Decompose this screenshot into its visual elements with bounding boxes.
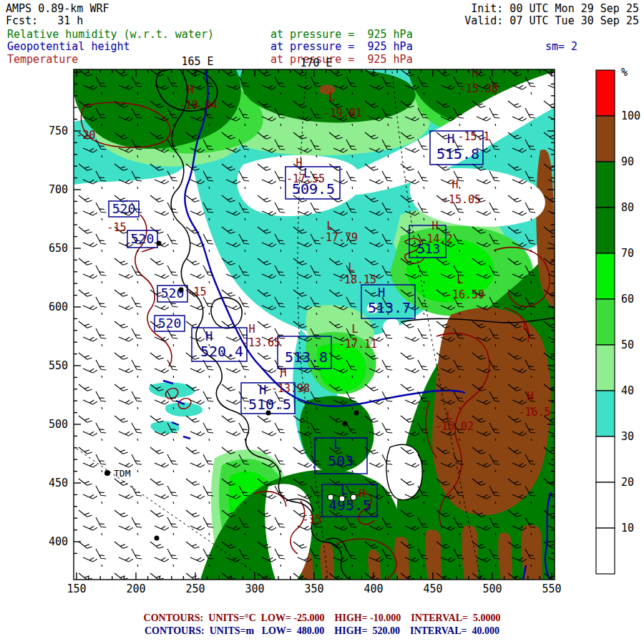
y-axis-label: 400 — [49, 535, 68, 548]
y-axis-label: 750 — [49, 125, 68, 137]
colorbar-tick-label: 100 — [621, 109, 640, 122]
height-center-value: 515.8 — [436, 145, 479, 162]
temp-center-label: -18.15 — [338, 273, 376, 286]
x-axis-label: 550 — [542, 582, 561, 595]
map-art-layer — [74, 67, 555, 581]
height-center-value: 503 — [328, 452, 353, 469]
open-station-dot — [351, 494, 356, 500]
x-axis-label: 450 — [423, 582, 442, 595]
height-center-value: 513.7 — [368, 299, 411, 316]
colorbar-cell — [596, 391, 615, 436]
colorbar-cell — [596, 345, 615, 391]
y-axis-label: 700 — [49, 183, 68, 196]
colorbar-unit: % — [621, 66, 628, 79]
y-axis-label: 500 — [49, 418, 68, 431]
temp-center-label: L — [351, 323, 358, 336]
temp-center-label: H — [472, 67, 478, 80]
height-center-letter: H — [447, 132, 454, 146]
meridian-label: 170 E — [300, 57, 332, 69]
height-center-value: 520 — [112, 201, 136, 216]
colorbar-cell — [596, 208, 615, 253]
temp-center-label: -17.79 — [319, 231, 358, 244]
temp-center-label: H — [280, 366, 286, 379]
y-axis-label: 600 — [49, 301, 68, 313]
colorbar-cell — [596, 253, 615, 299]
height-center-letter: L — [333, 437, 341, 452]
colorbar-tick-label: 70 — [621, 247, 634, 260]
colorbar: %100908070605040302010 — [596, 66, 640, 574]
x-axis-label: 250 — [185, 582, 205, 595]
station-label: TDM — [114, 468, 131, 479]
x-axis-label: 150 — [67, 582, 86, 595]
temp-center-label: -15 — [107, 221, 126, 234]
y-axis-label: 550 — [49, 359, 68, 372]
temp-center-label: H — [358, 487, 365, 500]
weather-chart: AMPS 0.89-km WRF Fcst: 31 h Init: 00 UTC… — [0, 0, 644, 644]
x-axis-label: 200 — [126, 582, 145, 595]
open-station-dot — [339, 496, 345, 502]
colorbar-tick-label: 90 — [621, 155, 634, 168]
temp-center-label: -13.98 — [271, 382, 310, 395]
open-station-dot — [328, 494, 333, 500]
height-center-value: 520 — [158, 316, 182, 331]
temp-center-label: -17.11 — [338, 338, 377, 351]
height-center-letter: H — [205, 329, 213, 343]
temp-center-label: -15 — [302, 513, 321, 526]
temp-center-label: H — [248, 323, 255, 336]
colorbar-tick-label: 20 — [621, 476, 634, 489]
temp-center-label: -15.1 — [457, 130, 489, 143]
y-axis-label: 650 — [49, 242, 68, 255]
temp-center-label: -14.2 — [420, 233, 452, 245]
temp-center-label: -13.65 — [242, 336, 280, 349]
temp-center-label: -15.38 — [459, 82, 498, 95]
station-dot — [157, 241, 162, 246]
temp-center-label: -16.02 — [435, 420, 474, 433]
forecast-map: 520520520520H520.4L509.5H515.8H513.7513.… — [0, 0, 644, 644]
colorbar-tick-label: 50 — [621, 338, 634, 351]
colorbar-tick-label: 60 — [621, 293, 634, 306]
colorbar-cell — [596, 482, 615, 528]
temp-center-label: -19.01 — [323, 107, 362, 119]
colorbar-cell — [596, 528, 615, 574]
temp-center-label: L — [522, 320, 529, 333]
wind-barb-layer — [74, 69, 555, 580]
height-center-value: 510.5 — [248, 396, 291, 413]
colorbar-cell — [596, 162, 615, 208]
temp-center-label: H — [187, 84, 193, 97]
colorbar-cell — [596, 436, 615, 482]
station-dot — [266, 411, 271, 416]
temp-center-label: H — [431, 220, 438, 233]
colorbar-cell — [596, 116, 615, 162]
temp-center-label: H — [296, 157, 302, 170]
temp-center-label: -16.5 — [518, 406, 550, 419]
page: { "header": { "model": "AMPS 0.89-km WRF… — [0, 0, 644, 644]
station-dot — [104, 470, 110, 476]
temp-center-label: -15.05 — [442, 193, 481, 206]
meridian-label: 165 E — [181, 55, 213, 68]
temp-center-label: L — [348, 261, 354, 274]
temp-center-label: -16.59 — [446, 288, 484, 301]
temp-center-label: -19.04 — [179, 99, 218, 112]
x-axis-label: 350 — [304, 582, 323, 595]
colorbar-cell — [596, 70, 615, 116]
temp-center-label: -20 — [76, 129, 95, 142]
temp-center-label: -17.55 — [286, 172, 325, 185]
height-center-value: 513.8 — [285, 348, 328, 366]
height-center-letter: L — [341, 483, 348, 497]
temp-center-label: H — [527, 390, 533, 403]
colorbar-tick-label: 80 — [621, 201, 634, 214]
height-contour-info: CONTOURS: UNITS=m LOW= 480.00 HIGH= 520.… — [0, 625, 644, 637]
x-axis-label: 300 — [245, 582, 264, 595]
colorbar-cell — [596, 299, 615, 345]
temp-center-label: -15 — [187, 286, 206, 298]
station-dot — [179, 288, 184, 293]
height-center-letter: H — [378, 286, 385, 300]
colorbar-tick-label: 40 — [621, 384, 634, 397]
station-dot — [155, 536, 160, 541]
temp-center-label: L — [328, 91, 335, 104]
temp-contour-info: CONTOURS: UNITS=°C LOW= -25.000 HIGH= -1… — [0, 613, 644, 624]
station-dot — [343, 421, 348, 426]
y-axis-label: 450 — [49, 477, 68, 489]
temp-center-label: L — [457, 273, 463, 286]
x-axis-label: 500 — [482, 582, 502, 595]
